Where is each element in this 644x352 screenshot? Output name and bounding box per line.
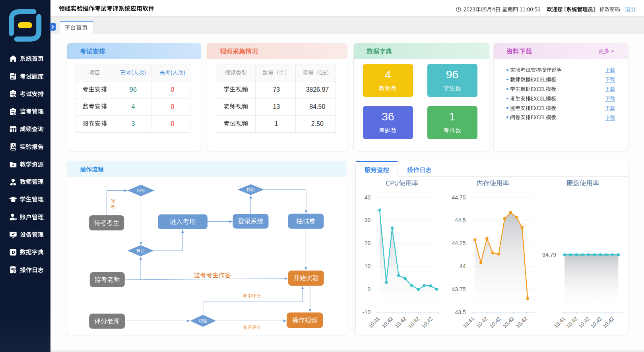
svg-text:44: 44 bbox=[460, 263, 466, 269]
svg-text:44.5: 44.5 bbox=[455, 217, 466, 223]
svg-text:43.5: 43.5 bbox=[455, 309, 466, 315]
svg-text:10:42: 10:42 bbox=[601, 315, 615, 329]
svg-text:10:42: 10:42 bbox=[502, 315, 516, 329]
svg-text:10:42: 10:42 bbox=[515, 315, 529, 329]
svg-text:10:42: 10:42 bbox=[565, 315, 579, 329]
svg-text:10:42: 10:42 bbox=[577, 315, 591, 329]
svg-text:10: 10 bbox=[365, 263, 371, 269]
svg-text:10:42: 10:42 bbox=[420, 315, 434, 329]
svg-text:10:42: 10:42 bbox=[394, 315, 408, 329]
svg-text:20: 20 bbox=[365, 240, 371, 246]
svg-text:10:42: 10:42 bbox=[589, 315, 603, 329]
svg-text:10:42: 10:42 bbox=[475, 315, 489, 329]
svg-text:0: 0 bbox=[368, 286, 371, 292]
svg-text:-10: -10 bbox=[363, 309, 370, 315]
svg-text:44.25: 44.25 bbox=[452, 240, 466, 246]
svg-text:34.79: 34.79 bbox=[542, 251, 556, 258]
svg-text:10:41: 10:41 bbox=[367, 315, 381, 329]
svg-text:30: 30 bbox=[365, 217, 371, 223]
svg-text:44.75: 44.75 bbox=[452, 194, 466, 201]
svg-text:10:42: 10:42 bbox=[380, 315, 394, 329]
svg-text:10:41: 10:41 bbox=[462, 315, 476, 329]
svg-text:10:42: 10:42 bbox=[488, 315, 502, 329]
svg-text:10:41: 10:41 bbox=[553, 315, 567, 329]
svg-text:10:42: 10:42 bbox=[407, 315, 421, 329]
svg-text:43.75: 43.75 bbox=[452, 286, 466, 292]
svg-text:40: 40 bbox=[365, 194, 371, 201]
